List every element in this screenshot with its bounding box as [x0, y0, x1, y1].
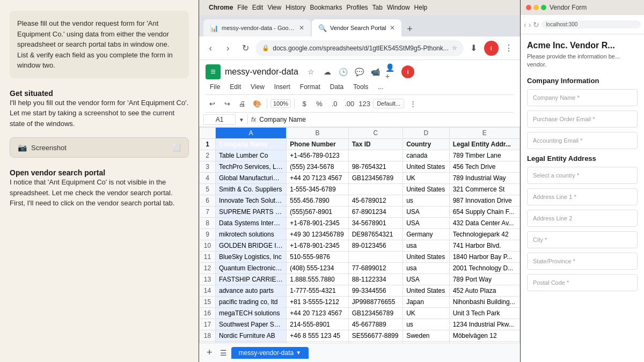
cell-11d[interactable]: United States	[403, 252, 450, 263]
history-icon[interactable]: 🕒	[337, 65, 350, 78]
toolbar-decimal-dec[interactable]: .0	[328, 97, 341, 110]
cell-18e[interactable]: Möbelvägen 12	[449, 330, 519, 342]
cell-15b[interactable]: +81 3-5555-1212	[287, 297, 348, 308]
cell-reference[interactable]: A1	[203, 114, 236, 125]
country-select[interactable]: Select a country * United States United …	[527, 167, 638, 184]
cell-15c[interactable]: JP9988776655	[348, 297, 402, 308]
cell-3b[interactable]: (555) 234-5678	[287, 161, 348, 173]
user-avatar[interactable]: i	[401, 65, 414, 78]
cell-18a[interactable]: Nordic Furniture AB	[216, 330, 287, 342]
cell-14a[interactable]: advance auto parts	[216, 285, 287, 297]
cell-12a[interactable]: Quantum Electronics LLC	[216, 263, 287, 274]
cell-13a[interactable]: FASTSHIP CARRIERS, INC.	[216, 274, 287, 285]
address1-input[interactable]	[527, 188, 638, 205]
menu-edit[interactable]: Edit	[252, 4, 264, 11]
add-person-icon[interactable]: 👤+	[385, 65, 398, 78]
cell-3e[interactable]: 456 Tech Drive	[449, 161, 519, 173]
cell-6b[interactable]: 555.456.7890	[287, 195, 348, 206]
cell-10b[interactable]: +1-678-901-2345	[287, 240, 348, 252]
cell-12d[interactable]: usa	[403, 263, 450, 274]
cell-10a[interactable]: GOLDEN BRIDGE IMPORTS,LLC	[216, 240, 287, 252]
cell-15d[interactable]: Japan	[403, 297, 450, 308]
cell-12e[interactable]: 2001 Technology D...	[449, 263, 519, 274]
menu-window[interactable]: Window	[387, 4, 410, 11]
toolbar-print[interactable]: 🖨	[236, 97, 248, 110]
toolbar-decimal-inc[interactable]: .00	[343, 97, 356, 110]
cell-13c[interactable]: 88-1122334	[348, 274, 402, 285]
cell-18b[interactable]: +46 8 555 123 45	[287, 330, 348, 342]
company-name-input[interactable]	[527, 89, 638, 106]
cell-18d[interactable]: Sweden	[403, 330, 450, 342]
profile-icon[interactable]: i	[484, 41, 498, 56]
menu-view[interactable]: View	[267, 4, 281, 11]
address2-input[interactable]	[527, 210, 638, 227]
cell-14d[interactable]: United States	[403, 285, 450, 297]
menu-tab[interactable]: Tab	[372, 4, 383, 11]
menu-chrome[interactable]: Chrome	[209, 4, 233, 11]
cell-8a[interactable]: Data Systems International, Inc.	[216, 218, 287, 229]
cell-1b[interactable]: Phone Number	[287, 139, 348, 150]
menu-help[interactable]: Help	[414, 4, 428, 11]
cell-1c[interactable]: Tax ID	[348, 139, 402, 150]
cell-3d[interactable]: United States	[403, 161, 450, 173]
col-header-d[interactable]: D	[403, 128, 450, 139]
sheets-menu-more[interactable]: ...	[374, 82, 387, 92]
sheets-filename[interactable]: messy-vendor-data	[225, 67, 298, 77]
minimize-dot[interactable]	[533, 5, 539, 10]
cell-4d[interactable]: UK	[403, 173, 450, 184]
cell-9c[interactable]: DE987654321	[348, 229, 402, 240]
cell-2e[interactable]: 789 Timber Lane	[449, 150, 519, 161]
cell-17e[interactable]: 1234 Industrial Pkw...	[449, 319, 519, 330]
zoom-selector[interactable]: 100%	[270, 99, 291, 108]
sheets-menu-file[interactable]: File	[206, 82, 224, 92]
maximize-dot[interactable]	[541, 5, 546, 10]
more-options-button[interactable]: ⋮	[502, 41, 516, 56]
cell-9e[interactable]: Technologiepark 42	[449, 229, 519, 240]
cell-13b[interactable]: 1.888.555.7880	[287, 274, 348, 285]
sheets-menu-tools[interactable]: Tools	[349, 82, 372, 92]
cell-18c[interactable]: SE556677-8899	[348, 330, 402, 342]
toolbar-redo[interactable]: ↪	[221, 97, 233, 110]
toolbar-format-num[interactable]: 123	[358, 97, 371, 110]
cell-8c[interactable]: 34-5678901	[348, 218, 402, 229]
cell-2b[interactable]: +1-456-789-0123	[287, 150, 348, 161]
cell-1a[interactable]: Company Name	[216, 139, 287, 150]
cell-16a[interactable]: megaTECH solutions	[216, 308, 287, 319]
forward-button[interactable]: ›	[221, 41, 235, 56]
vendor-back-button[interactable]: ‹	[524, 20, 526, 29]
new-tab-button[interactable]: +	[402, 21, 418, 36]
cell-16e[interactable]: Unit 3 Tech Park	[449, 308, 519, 319]
cell-14e[interactable]: 452 Auto Plaza	[449, 285, 519, 297]
cell-3c[interactable]: 98-7654321	[348, 161, 402, 173]
cell-17c[interactable]: 45-6677889	[348, 319, 402, 330]
cell-10d[interactable]: usa	[403, 240, 450, 252]
cell-8d[interactable]: USA	[403, 218, 450, 229]
cell-6a[interactable]: Innovate Tech Solutions	[216, 195, 287, 206]
cell-12b[interactable]: (408) 555-1234	[287, 263, 348, 274]
cell-11a[interactable]: BlueSky Logistics, Inc	[216, 252, 287, 263]
download-icon[interactable]: ⬇	[467, 41, 481, 56]
col-header-a[interactable]: A	[216, 128, 287, 139]
cell-8e[interactable]: 432 Data Center Av...	[449, 218, 519, 229]
state-input[interactable]	[527, 253, 638, 270]
po-email-input[interactable]	[527, 110, 638, 128]
address-bar[interactable]: 🔒 docs.google.com/spreadsheets/d/1gtlEK5…	[255, 40, 464, 56]
cell-4c[interactable]: GB123456789	[348, 173, 402, 184]
cell-7e[interactable]: 654 Supply Chain F...	[449, 206, 519, 218]
add-sheet-button[interactable]: +	[203, 347, 216, 358]
cell-9a[interactable]: mikrotech solutions	[216, 229, 287, 240]
vendor-url-bar[interactable]: localhost:300	[541, 20, 641, 28]
cell-13d[interactable]: USA	[403, 274, 450, 285]
cell-13e[interactable]: 789 Port Way	[449, 274, 519, 285]
toolbar-currency[interactable]: $	[298, 97, 311, 110]
formula-expand-icon[interactable]: ▼	[239, 117, 244, 123]
col-header-b[interactable]: B	[287, 128, 348, 139]
cell-8b[interactable]: +1-678-901-2345	[287, 218, 348, 229]
sheets-menu-view[interactable]: View	[246, 82, 269, 92]
cell-17b[interactable]: 214-555-8901	[287, 319, 348, 330]
sheet-grid[interactable]: A B C D E 1 Company Name Phone Number Ta…	[199, 127, 520, 343]
cell-15e[interactable]: Nihonbashi Building...	[449, 297, 519, 308]
col-header-e[interactable]: E	[449, 128, 519, 139]
accounting-email-input[interactable]	[527, 132, 638, 149]
cell-10e[interactable]: 741 Harbor Blvd.	[449, 240, 519, 252]
